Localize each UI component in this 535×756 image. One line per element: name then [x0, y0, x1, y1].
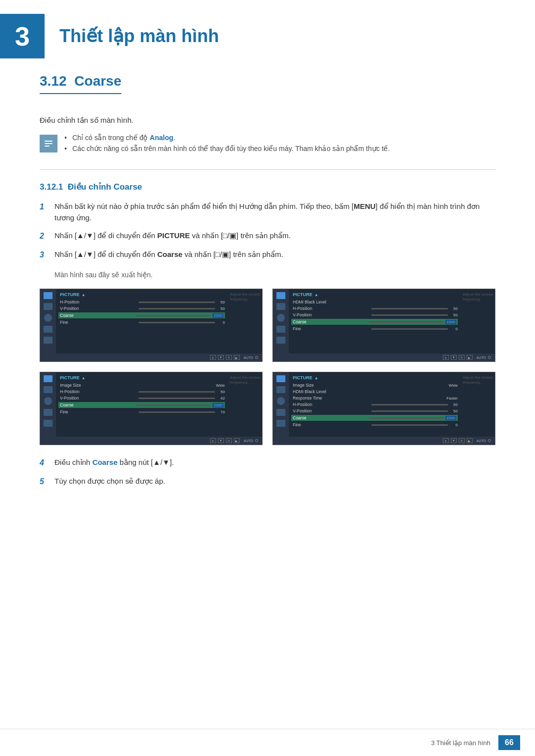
screen-title-2: PICTURE ▲	[293, 292, 458, 297]
btn-x-1: ✕	[210, 355, 216, 360]
menu-item-imgsize-3: Image Size Wide	[60, 383, 225, 388]
menu-item-coarse-1: Coarse 2200	[58, 312, 225, 318]
bottom-dot-1	[255, 356, 258, 359]
menu-item-coarse-2: Coarse 2200	[291, 319, 458, 325]
screens-grid: PICTURE ▲ H-Position 50 V-Position 50	[40, 289, 495, 445]
sidebar-4	[273, 372, 289, 437]
main-content: 3.12 Coarse Điều chỉnh tần số màn hình. …	[0, 73, 535, 527]
footer-page-number: 66	[498, 735, 520, 750]
btn-x-4: ✕	[443, 438, 449, 443]
steps-list-2: 4 Điều chỉnh Coarse bằng nút [▲/▼]. 5 Tù…	[40, 457, 495, 488]
gear-icon-2	[276, 326, 285, 333]
step-2: 2 Nhấn [▲/▼] để di chuyển đến PICTURE và…	[40, 230, 495, 242]
btn-play-1: ▶	[234, 355, 240, 360]
screen-side-note-3: Adjust the screen frequency.	[230, 372, 262, 437]
chapter-number: 3	[15, 23, 30, 50]
sidebar-1	[40, 289, 56, 353]
menu-item-fine-4: Fine 0	[293, 422, 458, 427]
lines-icon-3	[44, 386, 53, 393]
lines-icon-2	[276, 303, 285, 310]
step-3: 3 Nhấn [▲/▼] để di chuyển đến Coarse và …	[40, 249, 495, 261]
chapter-box: 3	[0, 14, 45, 58]
btn-down-4: ▼	[451, 438, 457, 443]
step-5: 5 Tùy chọn được chọn sẽ được áp.	[40, 476, 495, 488]
section-heading: 3.12 Coarse	[40, 73, 121, 94]
page-footer: 3 Thiết lập màn hình 66	[0, 729, 535, 756]
menu-item-fine-3: Fine 70	[60, 409, 225, 414]
screen-bottom-2: ✕ ▼ A ▶ AUTO	[273, 353, 495, 361]
btn-play-3: ▶	[234, 438, 240, 443]
screen-3: PICTURE ▲ Image Size Wide H-Position 50	[40, 372, 263, 445]
info-icon-2	[276, 337, 285, 344]
screen-4: PICTURE ▲ Image Size Wide HDMI Black Lev…	[272, 372, 495, 445]
screen-wrapper-4: PICTURE ▲ Image Size Wide HDMI Black Lev…	[272, 372, 495, 445]
footer-text: 3 Thiết lập màn hình	[431, 739, 490, 747]
menu-main-4: PICTURE ▲ Image Size Wide HDMI Black Lev…	[289, 372, 461, 437]
monitor-icon	[44, 292, 53, 299]
note-box: Chỉ có sẵn trong chế độ Analog. Các chức…	[40, 134, 495, 155]
gear-icon-3	[44, 409, 53, 416]
steps-list: 1 Nhấn bất kỳ nút nào ở phía trước sản p…	[40, 201, 495, 261]
svg-rect-0	[45, 141, 53, 142]
menu-main-2: PICTURE ▲ HDMI Black Level H-Position 50	[289, 289, 461, 353]
menu-item-coarse-4: Coarse 2200	[291, 415, 458, 421]
screen-2: PICTURE ▲ HDMI Black Level H-Position 50	[272, 289, 495, 362]
menu-item-coarse-3: Coarse 2200	[58, 402, 225, 408]
menu-item-fine-2: Fine 0	[293, 326, 458, 331]
screen-bottom-3: ✕ ▼ A ▶ AUTO	[40, 437, 262, 445]
menu-item-fine-1: Fine 0	[60, 320, 225, 325]
screen-wrapper-2: PICTURE ▲ HDMI Black Level H-Position 50	[272, 289, 495, 362]
btn-x-3: ✕	[210, 438, 216, 443]
menu-item-vpos-1: V-Position 50	[60, 306, 225, 311]
gear-icon	[44, 326, 53, 333]
menu-item-hdmi-4: HDMI Black Level	[293, 389, 458, 394]
circle-icon	[44, 314, 52, 322]
btn-a-2: A	[459, 355, 465, 360]
screen-1: PICTURE ▲ H-Position 50 V-Position 50	[40, 289, 263, 362]
circle-icon-4	[277, 397, 285, 405]
bottom-dot-3	[255, 439, 258, 442]
screen-wrapper-3: PICTURE ▲ Image Size Wide H-Position 50	[40, 372, 263, 445]
chapter-title: Thiết lập màn hình	[59, 26, 219, 47]
menu-item-vpos-2: V-Position 50	[293, 312, 458, 317]
monitor-icon-3	[44, 375, 53, 382]
bottom-dot-4	[488, 439, 491, 442]
bottom-dot-2	[488, 356, 491, 359]
info-icon	[44, 337, 53, 344]
menu-item-response-4: Response Time Faster	[293, 396, 458, 401]
gear-icon-4	[276, 409, 285, 416]
step-4: 4 Điều chỉnh Coarse bằng nút [▲/▼].	[40, 457, 495, 469]
lines-icon-4	[276, 386, 285, 393]
circle-icon-2	[277, 314, 285, 322]
btn-play-2: ▶	[467, 355, 473, 360]
note-content: Chỉ có sẵn trong chế độ Analog. Các chức…	[64, 134, 390, 155]
screen-title-3: PICTURE ▲	[60, 375, 225, 380]
note-item-1: Chỉ có sẵn trong chế độ Analog.	[64, 134, 390, 142]
btn-down-1: ▼	[218, 355, 224, 360]
info-icon-3	[44, 420, 53, 427]
menu-main-3: PICTURE ▲ Image Size Wide H-Position 50	[56, 372, 228, 437]
screen-bottom-1: ✕ ▼ A ▶ AUTO	[40, 353, 262, 361]
btn-down-3: ▼	[218, 438, 224, 443]
menu-item-hpos-1: H-Position 50	[60, 300, 225, 304]
monitor-icon-4	[276, 375, 285, 382]
info-icon-4	[276, 420, 285, 427]
btn-down-2: ▼	[451, 355, 457, 360]
btn-a-4: A	[459, 438, 465, 443]
menu-item-vpos-4: V-Position 50	[293, 408, 458, 413]
screen-title-4: PICTURE ▲	[293, 375, 458, 380]
circle-icon-3	[44, 397, 52, 405]
btn-play-4: ▶	[467, 438, 473, 443]
page-header: 3 Thiết lập màn hình	[0, 0, 535, 68]
screen-wrapper-1: PICTURE ▲ H-Position 50 V-Position 50	[40, 289, 263, 362]
subsection-heading: 3.12.1 Điều chỉnh Coarse	[40, 182, 495, 192]
monitor-icon-2	[276, 292, 285, 299]
note-icon	[40, 135, 57, 152]
menu-item-hpos-2: H-Position 50	[293, 306, 458, 311]
menu-main-1: PICTURE ▲ H-Position 50 V-Position 50	[56, 289, 228, 353]
note-bold: Analog	[150, 134, 173, 142]
btn-x-2: ✕	[443, 355, 449, 360]
step-1: 1 Nhấn bất kỳ nút nào ở phía trước sản p…	[40, 201, 495, 223]
svg-rect-1	[45, 143, 53, 144]
svg-rect-2	[45, 146, 50, 147]
